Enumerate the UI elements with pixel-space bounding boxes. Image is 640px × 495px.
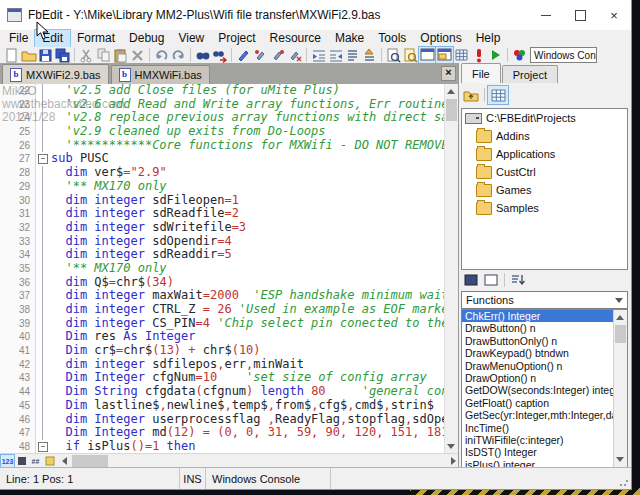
run-icon[interactable] bbox=[487, 47, 504, 63]
vertical-scroll-thumb[interactable] bbox=[446, 99, 457, 121]
fold-column bbox=[36, 207, 51, 221]
panel-outline-icon[interactable] bbox=[481, 271, 501, 289]
scroll-up-icon[interactable] bbox=[616, 315, 624, 320]
function-item[interactable]: DrawKeypad() btndwn bbox=[462, 347, 627, 359]
token-id: cmd$ bbox=[355, 399, 384, 412]
horizontal-scrollbar[interactable] bbox=[60, 455, 458, 467]
code-editor[interactable]: 22 'v2.5 add Close files (for uMite Plus… bbox=[0, 84, 458, 454]
bookmark-prev-icon[interactable] bbox=[252, 47, 269, 63]
color-palette-icon[interactable] bbox=[511, 47, 528, 63]
menu-item-make[interactable]: Make bbox=[328, 30, 371, 47]
menu-item-format[interactable]: Format bbox=[70, 30, 122, 47]
line-number: 34 bbox=[0, 248, 36, 262]
resource-editor-icon[interactable] bbox=[453, 47, 470, 63]
scroll-left-icon[interactable] bbox=[62, 457, 67, 465]
output-window-icon[interactable] bbox=[436, 47, 453, 63]
vertical-scrollbar[interactable] bbox=[444, 84, 458, 454]
close-button[interactable]: × bbox=[597, 0, 631, 30]
token-kw: sub bbox=[51, 152, 73, 165]
panel-filled-icon[interactable] bbox=[461, 271, 481, 289]
function-item[interactable]: GetSec(yr:Integer,mth:Integer,day:Ir bbox=[462, 409, 627, 421]
menu-item-options[interactable]: Options bbox=[413, 30, 468, 47]
paste-icon[interactable] bbox=[112, 47, 129, 63]
delete-icon[interactable] bbox=[129, 47, 146, 63]
redo-icon[interactable] bbox=[170, 47, 187, 63]
highlight-icon[interactable] bbox=[43, 455, 56, 467]
function-item[interactable]: DrawButtonOnly() n bbox=[462, 335, 627, 347]
tree-item-addins[interactable]: Addins bbox=[474, 127, 627, 145]
horizontal-scroll-thumb[interactable] bbox=[72, 455, 108, 467]
uncomment-block-icon[interactable] bbox=[361, 47, 378, 63]
menu-item-file[interactable]: File bbox=[2, 30, 35, 47]
list-scroll-thumb[interactable] bbox=[615, 325, 626, 343]
outdent-icon[interactable] bbox=[327, 47, 344, 63]
scroll-right-icon[interactable] bbox=[451, 457, 456, 465]
sort-icon[interactable] bbox=[508, 271, 528, 289]
function-item[interactable]: DrawMenuOption() n bbox=[462, 360, 627, 372]
fold-marker[interactable]: − bbox=[38, 154, 48, 164]
bookmark-clear-icon[interactable] bbox=[286, 47, 303, 63]
scroll-down-icon[interactable] bbox=[447, 444, 455, 449]
save-icon[interactable] bbox=[37, 47, 54, 63]
menu-item-debug[interactable]: Debug bbox=[122, 30, 171, 47]
member-type-dropdown[interactable]: Functions bbox=[461, 291, 628, 309]
list-scrollbar[interactable] bbox=[613, 310, 627, 467]
menu-item-edit[interactable]: Edit bbox=[35, 30, 70, 47]
open-file-icon[interactable] bbox=[20, 47, 37, 63]
find-next-icon[interactable] bbox=[211, 47, 228, 63]
project-window-icon[interactable] bbox=[419, 47, 436, 63]
token-cm: '***********Core functions for MXWifi - … bbox=[51, 139, 448, 152]
minimize-button[interactable] bbox=[529, 0, 563, 30]
undo-icon[interactable] bbox=[153, 47, 170, 63]
bookmark-next-icon[interactable] bbox=[269, 47, 286, 63]
special-chars-icon[interactable]: ## bbox=[29, 455, 42, 467]
tab-close-button[interactable]: × bbox=[441, 66, 456, 81]
function-item[interactable]: IsDST() Integer bbox=[462, 446, 627, 458]
save-all-icon[interactable] bbox=[54, 47, 71, 63]
new-file-icon[interactable] bbox=[3, 47, 20, 63]
tree-item-custctrl[interactable]: CustCtrl bbox=[474, 163, 627, 181]
fold-all-icon[interactable] bbox=[15, 455, 28, 467]
scroll-up-icon[interactable] bbox=[447, 89, 455, 94]
menu-item-help[interactable]: Help bbox=[469, 30, 508, 47]
details-view-icon[interactable] bbox=[488, 86, 508, 104]
function-item[interactable]: DrawButton() n bbox=[462, 322, 627, 334]
function-item[interactable]: ChkErr() Integer bbox=[462, 310, 627, 322]
build-target-value: Windows Console bbox=[534, 50, 597, 61]
fold-marker[interactable]: − bbox=[38, 442, 48, 452]
menu-item-view[interactable]: View bbox=[171, 30, 211, 47]
folder-up-icon[interactable] bbox=[461, 86, 481, 104]
print-preview-icon[interactable] bbox=[385, 47, 402, 63]
document-tab[interactable]: bMXWiFi2.9.bas bbox=[2, 64, 109, 84]
function-item[interactable]: GetFloat() caption bbox=[462, 397, 627, 409]
resize-grip[interactable] bbox=[619, 477, 629, 487]
title-bar: FbEdit - Y:\Mike\Library MM2-Plus\Wifi f… bbox=[0, 0, 631, 30]
menu-item-resource[interactable]: Resource bbox=[263, 30, 328, 47]
compile-errors-icon[interactable] bbox=[470, 47, 487, 63]
function-item[interactable]: DrawOption() n bbox=[462, 372, 627, 384]
comment-block-icon[interactable] bbox=[344, 47, 361, 63]
copy-icon[interactable] bbox=[95, 47, 112, 63]
function-item[interactable]: IncTime() bbox=[462, 422, 627, 434]
build-target-combobox[interactable]: Windows Console bbox=[530, 47, 597, 63]
indent-icon[interactable] bbox=[310, 47, 327, 63]
function-item[interactable]: iniTWiFifile(c:integer) bbox=[462, 434, 627, 446]
menu-item-tools[interactable]: Tools bbox=[371, 30, 413, 47]
tree-item-samples[interactable]: Samples bbox=[474, 199, 627, 217]
document-tab[interactable]: bHMXWiFi.bas bbox=[111, 65, 210, 84]
tree-item-applications[interactable]: Applications bbox=[474, 145, 627, 163]
maximize-button[interactable] bbox=[563, 0, 597, 30]
cut-icon[interactable] bbox=[78, 47, 95, 63]
sidebar-tab-file[interactable]: File bbox=[461, 63, 501, 83]
tree-item-games[interactable]: Games bbox=[474, 181, 627, 199]
sidebar-tab-project[interactable]: Project bbox=[502, 65, 558, 83]
bookmark-toggle-icon[interactable] bbox=[235, 47, 252, 63]
tree-root[interactable]: C:\FBEdit\Projects bbox=[462, 109, 627, 127]
function-item[interactable]: GetDOW(seconds:Integer) integer bbox=[462, 384, 627, 396]
token-id: Q$ bbox=[87, 276, 109, 289]
line-numbers-icon[interactable]: 123 bbox=[1, 455, 14, 467]
find-icon[interactable] bbox=[194, 47, 211, 63]
menu-item-project[interactable]: Project bbox=[211, 30, 262, 47]
find-in-files-icon[interactable] bbox=[402, 47, 419, 63]
scroll-down-icon[interactable] bbox=[616, 457, 624, 462]
